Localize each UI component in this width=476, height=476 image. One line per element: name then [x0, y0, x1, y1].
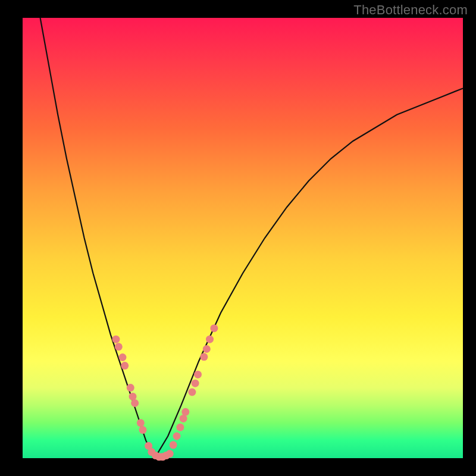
watermark-text: TheBottleneck.com [353, 2, 468, 18]
sample-dot [210, 324, 218, 332]
left-branch-curve [40, 18, 155, 458]
sample-dot [173, 433, 181, 440]
sample-dot [203, 345, 211, 353]
right-branch-curve [155, 88, 463, 458]
sample-dot [119, 353, 127, 361]
plot-area [23, 18, 463, 458]
sample-dot [115, 343, 123, 350]
sample-dot [170, 441, 177, 449]
sample-dot [188, 389, 196, 396]
chart-frame: TheBottleneck.com [0, 0, 476, 476]
sample-dot [112, 336, 120, 343]
sample-dot [192, 380, 199, 387]
sample-dot [127, 384, 134, 392]
sample-dot [200, 353, 208, 361]
sample-dot [139, 426, 147, 434]
sample-dot [131, 399, 139, 407]
sample-dot [166, 450, 174, 458]
sample-dot [176, 424, 184, 431]
sample-dot [137, 419, 145, 427]
curve-layer [23, 18, 463, 458]
sample-dot [181, 408, 189, 416]
sample-dot [121, 362, 129, 369]
sample-dot [194, 371, 202, 378]
sample-dot [129, 393, 137, 400]
sample-dot [180, 415, 187, 422]
sample-dot [206, 336, 214, 343]
